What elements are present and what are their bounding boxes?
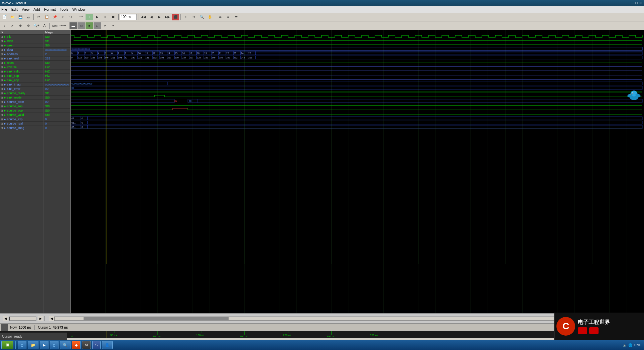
svg-text:17: 17 (189, 52, 192, 54)
sep3 (118, 14, 119, 20)
signal-values-column: Msgs St0 St1 St0 xxxxxxxxxxxxxxxx 2 225 … (43, 30, 71, 313)
val-address: 2 (43, 52, 70, 56)
tb2-btn1[interactable]: ↕ (1, 22, 8, 29)
new-btn[interactable]: 📄 (1, 14, 8, 20)
minimize-btn[interactable]: ─ (632, 1, 634, 5)
tb2-btn5[interactable]: 🔍+ (33, 22, 40, 29)
waveform-svg: xxxxxxxxxxxxxxxx 0 1 2 3 4 5 6 7 8 9 (71, 30, 644, 313)
taskbar-search-btn[interactable]: 🔍 (60, 341, 71, 349)
signal-row-sink-error: ⊞ ► sink_error (0, 87, 43, 91)
wave-style5[interactable]: ⌐ (102, 22, 109, 29)
signal-row-wren: ⊞ ► wren (0, 43, 43, 48)
signal-row-data: ⊟ ► data (0, 48, 43, 52)
scroll-right-btn[interactable]: ▶ (38, 316, 43, 321)
snap-btn[interactable]: ◀◀ (140, 14, 147, 20)
menu-add[interactable]: Add (33, 7, 40, 11)
cursor-icon[interactable]: ↕ (1, 324, 8, 331)
wave-style1[interactable]: ▬ (70, 22, 77, 29)
end-btn[interactable]: ▶▶ (164, 14, 171, 20)
pause-btn[interactable]: ⏸ (102, 14, 109, 20)
wave-style6[interactable]: ¬ (110, 22, 117, 29)
wave-style4[interactable]: □ (94, 22, 101, 29)
wave-style2[interactable]: ▭ (78, 22, 85, 29)
cursor-btn[interactable]: ↕ (182, 14, 189, 20)
menu-view[interactable]: View (22, 7, 30, 11)
menu-format[interactable]: Format (44, 7, 56, 11)
cursor1-label: Cursor 1 (38, 326, 51, 329)
select-btn[interactable]: ⇒ (190, 14, 198, 20)
tb2-btn3[interactable]: ⊕ (17, 22, 24, 29)
pan-btn[interactable]: ✋ (206, 14, 214, 20)
tb2-btn4[interactable]: ⊖ (25, 22, 32, 29)
play-btn[interactable]: ▶ (94, 14, 101, 20)
menu-file[interactable]: File (1, 7, 7, 11)
print-btn[interactable]: 🖨 (25, 14, 32, 20)
close-btn[interactable]: ✕ (639, 1, 642, 5)
svg-text:xxxxxxxxxxxxxxxx: xxxxxxxxxxxxxxxx (72, 48, 91, 50)
svg-text:222: 222 (78, 56, 82, 59)
svg-text:22: 22 (226, 52, 229, 54)
taskbar-user-btn[interactable]: 👤 (102, 341, 113, 349)
zoom-in-btn[interactable]: + (86, 14, 93, 20)
menu-edit[interactable]: Edit (11, 7, 18, 11)
taskbar-sep (15, 341, 16, 349)
taskbar-ie2-btn[interactable]: e (50, 341, 58, 349)
brand-icon-1 (578, 327, 587, 334)
svg-text:5: 5 (105, 52, 106, 54)
tb2-sim[interactable]: SIM (51, 22, 58, 29)
taskbar-ie-btn[interactable]: e (18, 341, 26, 349)
menu-tools[interactable]: Tools (60, 7, 69, 11)
taskbar-app1-btn[interactable]: M (82, 341, 91, 349)
zoom-fit-btn[interactable]: ⬛ (172, 14, 179, 20)
undo-btn[interactable]: ↩ (59, 14, 67, 20)
val-reset: St0 (43, 61, 70, 65)
tb2-wave[interactable]: 〜〜 (59, 22, 67, 29)
signal-row-source-valid: ⊞ ► source_valid (0, 113, 43, 117)
val-source-ready: St1 (43, 91, 70, 96)
taskbar-app2-btn[interactable]: S (92, 341, 101, 349)
svg-text:18: 18 (197, 52, 200, 54)
wave-style3[interactable]: ■ (86, 22, 93, 29)
paste-btn[interactable]: 📌 (51, 14, 58, 20)
redo-btn[interactable]: ↪ (67, 14, 75, 20)
tb2-btn2[interactable]: ⤢ (9, 22, 16, 29)
wave-btn[interactable]: 〰 (78, 14, 85, 20)
zoom-area-btn[interactable]: 🔍 (198, 14, 206, 20)
prev-btn[interactable]: ◀ (148, 14, 155, 20)
svg-text:13: 13 (160, 52, 163, 54)
open-btn[interactable]: 📂 (9, 14, 16, 20)
taskbar-diamond-btn[interactable]: ◆ (72, 341, 81, 349)
add-wave-btn[interactable]: ≋ (217, 14, 224, 20)
svg-text:0: 0 (71, 52, 73, 54)
time-input[interactable] (120, 14, 137, 20)
next-btn[interactable]: ▶ (156, 14, 163, 20)
svg-text:235: 235 (204, 56, 208, 59)
scroll-left-btn[interactable]: ◀ (3, 316, 8, 321)
val-inverse: HiZ (43, 65, 70, 69)
time-scroll-left[interactable]: ◀ (49, 316, 54, 321)
brand-area: C 电子工程世界 (554, 313, 644, 340)
sep5 (180, 14, 181, 20)
taskbar-media-btn[interactable]: ▶ (40, 341, 48, 349)
ungroupbtn[interactable]: ≣ (233, 14, 240, 20)
svg-text:24: 24 (241, 52, 244, 54)
start-button[interactable]: ⊞ (1, 341, 13, 349)
svg-text:23: 23 (234, 52, 236, 54)
val-sink-sop: HiZ (43, 74, 70, 78)
svg-text:245: 245 (226, 56, 230, 59)
signal-row-sink-ready: ⊞ ► sink_ready (0, 96, 43, 100)
waveform-area[interactable]: xxxxxxxxxxxxxxxx 0 1 2 3 4 5 6 7 8 9 (71, 30, 644, 313)
val-sink-error: 00 (43, 87, 70, 91)
grp-btn[interactable]: ≡ (225, 14, 232, 20)
sep7 (49, 23, 50, 29)
taskbar-folder-btn[interactable]: 📁 (28, 341, 38, 349)
save-btn[interactable]: 💾 (17, 14, 24, 20)
cut-btn[interactable]: ✂ (35, 14, 42, 20)
tb2-btn6[interactable]: A (41, 22, 48, 29)
copy-btn[interactable]: 📋 (43, 14, 50, 20)
stop-btn[interactable]: ⏹ (110, 14, 117, 20)
svg-text:150 ns: 150 ns (196, 334, 204, 337)
menu-window[interactable]: Window (72, 7, 85, 11)
maximize-btn[interactable]: □ (635, 1, 638, 5)
svg-text:0x: 0x (174, 100, 177, 102)
